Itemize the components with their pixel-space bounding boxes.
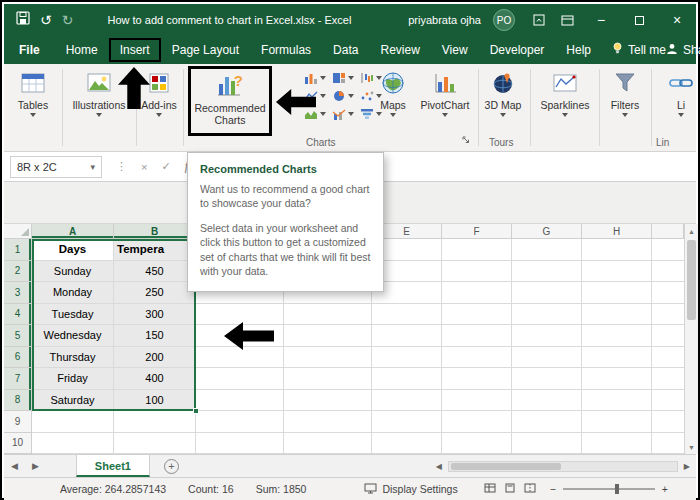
- page-break-view-icon[interactable]: [524, 483, 536, 495]
- pie-chart-button[interactable]: [332, 90, 354, 102]
- cell[interactable]: [652, 347, 684, 369]
- cell[interactable]: [582, 411, 652, 433]
- illustrations-button[interactable]: Illustrations: [66, 68, 132, 144]
- cell[interactable]: [32, 433, 114, 455]
- column-header-h[interactable]: H: [582, 224, 652, 239]
- cell[interactable]: [284, 304, 372, 326]
- cell[interactable]: [196, 433, 284, 455]
- cell-b1[interactable]: Tempera: [114, 239, 196, 261]
- cell-a2[interactable]: Sunday: [32, 261, 114, 283]
- column-header-a[interactable]: A: [32, 224, 114, 239]
- tab-help[interactable]: Help: [555, 38, 602, 62]
- cell[interactable]: [372, 347, 442, 369]
- tables-button[interactable]: Tables: [8, 68, 58, 144]
- cell[interactable]: [32, 411, 114, 433]
- cell-a6[interactable]: Thursday: [32, 347, 114, 369]
- cell[interactable]: [582, 282, 652, 304]
- cell[interactable]: [512, 282, 582, 304]
- tab-file[interactable]: File: [4, 38, 55, 62]
- cell[interactable]: [512, 390, 582, 412]
- tell-me[interactable]: Tell me: [612, 42, 666, 58]
- cell[interactable]: [582, 304, 652, 326]
- display-settings-button[interactable]: Display Settings: [364, 483, 457, 496]
- cell[interactable]: [284, 347, 372, 369]
- cell[interactable]: [372, 304, 442, 326]
- cell[interactable]: [442, 304, 512, 326]
- tab-developer[interactable]: Developer: [479, 38, 556, 62]
- cell[interactable]: [512, 347, 582, 369]
- normal-view-icon[interactable]: [484, 483, 496, 495]
- cell[interactable]: [582, 433, 652, 455]
- cell[interactable]: [652, 261, 684, 283]
- cell[interactable]: [582, 239, 652, 261]
- cell-a8[interactable]: Saturday: [32, 390, 114, 412]
- cell-a7[interactable]: Friday: [32, 368, 114, 390]
- cell[interactable]: [284, 368, 372, 390]
- fill-handle[interactable]: [193, 408, 199, 414]
- cell[interactable]: [512, 411, 582, 433]
- ribbon-display-options-icon[interactable]: [533, 14, 545, 26]
- sparklines-button[interactable]: Sparklines: [535, 68, 595, 144]
- cell[interactable]: [512, 433, 582, 455]
- cell-a5[interactable]: Wednesday: [32, 325, 114, 347]
- cell-b6[interactable]: 200: [114, 347, 196, 369]
- cell[interactable]: [652, 282, 684, 304]
- row-header[interactable]: 4: [4, 304, 32, 326]
- cell[interactable]: [512, 261, 582, 283]
- cell[interactable]: [284, 325, 372, 347]
- row-header[interactable]: 2: [4, 261, 32, 283]
- row-header[interactable]: 9: [4, 411, 32, 433]
- cell[interactable]: [372, 368, 442, 390]
- cell[interactable]: [284, 390, 372, 412]
- cell-b8[interactable]: 100: [114, 390, 196, 412]
- cell[interactable]: [652, 304, 684, 326]
- horizontal-scrollbar-track[interactable]: [448, 461, 678, 472]
- cell[interactable]: [372, 433, 442, 455]
- cell[interactable]: [582, 325, 652, 347]
- tab-page-layout[interactable]: Page Layout: [161, 38, 250, 62]
- add-ins-button[interactable]: Add-ins: [140, 68, 178, 144]
- tab-review[interactable]: Review: [369, 38, 430, 62]
- column-header-g[interactable]: G: [512, 224, 582, 239]
- cell-a4[interactable]: Tuesday: [32, 304, 114, 326]
- cell[interactable]: [284, 411, 372, 433]
- area-chart-button[interactable]: [304, 108, 326, 120]
- cell[interactable]: [196, 347, 284, 369]
- sheet-tab-sheet1[interactable]: Sheet1: [76, 455, 150, 477]
- zoom-slider-thumb[interactable]: [615, 484, 619, 494]
- row-header[interactable]: 7: [4, 368, 32, 390]
- cell[interactable]: [582, 261, 652, 283]
- column-header-f[interactable]: F: [442, 224, 512, 239]
- cell[interactable]: [442, 368, 512, 390]
- cell[interactable]: [196, 368, 284, 390]
- cell-a3[interactable]: Monday: [32, 282, 114, 304]
- cell[interactable]: [196, 304, 284, 326]
- filters-button[interactable]: Filters: [603, 68, 647, 144]
- cell[interactable]: [196, 390, 284, 412]
- column-chart-button[interactable]: [304, 72, 326, 84]
- link-button[interactable]: Li: [656, 68, 696, 144]
- maximize-button[interactable]: [620, 4, 658, 36]
- vertical-scrollbar-thumb[interactable]: [687, 240, 696, 320]
- zoom-slider[interactable]: [563, 488, 655, 490]
- cell-b7[interactable]: 400: [114, 368, 196, 390]
- cell[interactable]: [582, 347, 652, 369]
- zoom-in-icon[interactable]: +: [662, 483, 668, 495]
- cell[interactable]: [512, 368, 582, 390]
- tab-formulas[interactable]: Formulas: [250, 38, 322, 62]
- cell-b2[interactable]: 450: [114, 261, 196, 283]
- page-layout-view-icon[interactable]: [504, 483, 516, 495]
- 3d-map-button[interactable]: 3D Map: [483, 68, 523, 144]
- close-button[interactable]: ×: [658, 4, 696, 36]
- zoom-out-icon[interactable]: −: [550, 483, 556, 495]
- tab-view[interactable]: View: [431, 38, 479, 62]
- cell[interactable]: [442, 433, 512, 455]
- undo-icon[interactable]: ↺: [40, 12, 52, 28]
- cell[interactable]: [442, 282, 512, 304]
- recommended-charts-button[interactable]: ? Recommended Charts: [188, 66, 272, 136]
- cell[interactable]: [442, 390, 512, 412]
- cancel-icon[interactable]: ×: [141, 161, 147, 173]
- sheet-nav-left-icon[interactable]: ◀: [4, 461, 25, 471]
- cell[interactable]: [442, 239, 512, 261]
- cell[interactable]: [442, 261, 512, 283]
